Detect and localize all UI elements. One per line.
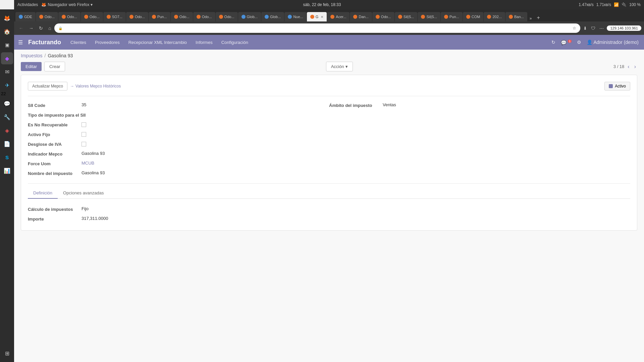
tab-pun2[interactable]: Pun... (441, 12, 463, 21)
tab-odo4[interactable]: Odo... (126, 12, 148, 21)
firefox-os-icon: 🦊 (41, 2, 46, 7)
tab-active-gasolina[interactable]: G ✕ (307, 12, 327, 21)
sidebar-icon-diamond[interactable]: ◈ (1, 124, 13, 136)
sidebar-icon-firefox[interactable]: 🦊 (1, 12, 13, 24)
os-firefox-label[interactable]: 🦊 Navegador web Firefox ▾ (41, 2, 93, 7)
valores-historicos-button[interactable]: → Valores Mepco Históricos (67, 82, 123, 90)
os-bar-right: 1.47кв/s 1.71кв/s 📶 🔌 100 % (579, 2, 641, 7)
tab-sil1[interactable]: Sil|S... (395, 12, 418, 21)
breadcrumb-parent-link[interactable]: Impuestos (21, 53, 43, 58)
activo-fijo-checkbox[interactable] (82, 132, 86, 137)
field-ambito-impuesto: Ámbito del impuesto Ventas (329, 100, 630, 110)
address-bar: 🔒 demos-12.globalresponse.cl/web?debug=t… (54, 23, 580, 33)
nav-item-recepcionar[interactable]: Recepcionar XML Intercambio (124, 38, 191, 47)
sidebar-icon-file[interactable]: 📄 (1, 138, 13, 150)
tab-favicon (62, 15, 66, 19)
tab-202[interactable]: 202... (484, 12, 505, 21)
sidebar-icon-tool[interactable]: 🔧 (1, 111, 13, 123)
tab-sil2[interactable]: Sil|S... (418, 12, 440, 21)
reload-button[interactable]: ↻ (37, 24, 45, 32)
divider-2 (28, 183, 630, 184)
os-bar: Actividades 🦊 Navegador web Firefox ▾ sá… (14, 0, 644, 9)
tab-pun[interactable]: Pun... (149, 12, 170, 21)
back-button[interactable]: ← (17, 24, 25, 32)
tab-odo2[interactable]: Odo... (58, 12, 80, 21)
tab-com[interactable]: COM (463, 12, 484, 21)
tab-ban[interactable]: Ban... (505, 12, 527, 21)
nav-item-configuracion[interactable]: Configuración (217, 38, 252, 47)
bookmark-icon[interactable]: ☆ (573, 26, 576, 31)
address-input[interactable]: demos-12.globalresponse.cl/web?debug=tru… (64, 26, 571, 31)
tab-glob2[interactable]: Glob... (261, 12, 284, 21)
sidebar-icon-apps[interactable]: ⊞ (1, 347, 13, 359)
edit-button[interactable]: Editar (21, 62, 42, 71)
definition-section: Cálculo de impuestos Fijo Importe 317,31… (28, 204, 630, 224)
tab-label: Glob... (247, 15, 258, 19)
es-no-recuperable-checkbox[interactable] (82, 122, 86, 127)
tab-opciones-avanzadas[interactable]: Opciones avanzadas (58, 188, 109, 199)
next-page-button[interactable]: › (633, 63, 637, 70)
chat-header-icon[interactable]: 💬 1 (559, 38, 573, 47)
nav-item-clientes[interactable]: Clientes (66, 38, 90, 47)
tab-odo1[interactable]: Odo... (36, 12, 58, 21)
refresh-header-icon[interactable]: ↻ (550, 38, 557, 46)
sidebar-icon-odoo[interactable]: ◆ (1, 52, 13, 64)
apps-icon: ⊞ (5, 350, 9, 357)
tab-dan[interactable]: Dan... (350, 12, 372, 21)
status-badge[interactable]: Activo (604, 82, 630, 90)
tab-nue[interactable]: Nue... (284, 12, 306, 21)
sidebar-icon-terminal[interactable]: ▣ (1, 39, 13, 51)
tab-so7[interactable]: SO7... (103, 12, 126, 21)
tab-acer[interactable]: Acer... (327, 12, 350, 21)
tab-favicon (219, 15, 223, 19)
nav-item-proveedores[interactable]: Proveedores (91, 38, 124, 47)
os-bar-left: Actividades 🦊 Navegador web Firefox ▾ (17, 2, 93, 7)
tab-odo5[interactable]: Odo... (171, 12, 193, 21)
pagination-text: 3 / 18 (613, 64, 625, 69)
desglose-iva-checkbox[interactable] (82, 142, 86, 146)
hamburger-menu[interactable]: ☰ (18, 39, 23, 46)
action-button[interactable]: Acción ▾ (326, 62, 353, 71)
tab-label: Nue... (293, 15, 303, 19)
nav-shield-button[interactable]: 🛡 (589, 24, 597, 32)
telegram-icon: ✈ (5, 82, 9, 88)
tab-gde[interactable]: GDE (15, 12, 36, 21)
ambito-impuesto-label: Ámbito del impuesto (329, 102, 383, 108)
user-menu-button[interactable]: 👤 Administrador (demo) (585, 38, 640, 46)
sidebar-icon-skype[interactable]: S (1, 151, 13, 163)
tab-glob1[interactable]: Glob... (238, 12, 261, 21)
sidebar-icon-mail[interactable]: ✉ (1, 66, 13, 78)
sidebar-icon-chat[interactable]: 💬 (1, 98, 13, 110)
add-tab-button[interactable]: + (534, 14, 542, 21)
prev-page-button[interactable]: ‹ (626, 63, 631, 70)
tab-overflow-button[interactable]: » (528, 15, 534, 21)
importe-label: Importe (28, 216, 82, 222)
nav-download-button[interactable]: ⬇ (582, 24, 589, 32)
settings-header-icon[interactable]: ⚙ (576, 38, 583, 46)
nav-more-button[interactable]: ⋯ (598, 24, 605, 32)
force-uom-link[interactable]: MCUB (82, 161, 94, 166)
tab-favicon (197, 15, 201, 19)
home-button[interactable]: ⌂ (46, 24, 53, 32)
sidebar-icon-telegram-wrap[interactable]: ✈ 22 (1, 79, 13, 96)
forward-button[interactable]: → (27, 24, 36, 32)
sidebar-icon-home[interactable]: 🏠 (1, 25, 13, 38)
nombre-impuesto-value: Gasolina 93 (82, 170, 329, 175)
nombre-impuesto-label: Nombre del impuesto (28, 170, 82, 176)
os-activities[interactable]: Actividades (17, 2, 38, 7)
form-card: Actualizar Mepco → Valores Mepco Históri… (21, 75, 637, 231)
tab-odo6[interactable]: Odo... (193, 12, 215, 21)
nav-item-informes[interactable]: Informes (192, 38, 217, 47)
tab-label: GDE (24, 15, 32, 19)
form-tabs: Definición Opciones avanzadas (28, 188, 630, 199)
create-button[interactable]: Crear (44, 62, 65, 71)
field-es-no-recuperable: Es No Recuperable (28, 120, 329, 129)
tab-odo8[interactable]: Odo... (372, 12, 394, 21)
tab-close-button[interactable]: ✕ (321, 15, 323, 19)
tab-label: Pun... (157, 15, 167, 19)
tab-odo7[interactable]: Odo... (216, 12, 238, 21)
actualizar-mepco-button[interactable]: Actualizar Mepco (28, 82, 67, 90)
tab-definicion[interactable]: Definición (28, 188, 58, 199)
tab-odo3[interactable]: Odo... (81, 12, 103, 21)
sidebar-icon-sheet[interactable]: 📊 (1, 165, 13, 177)
